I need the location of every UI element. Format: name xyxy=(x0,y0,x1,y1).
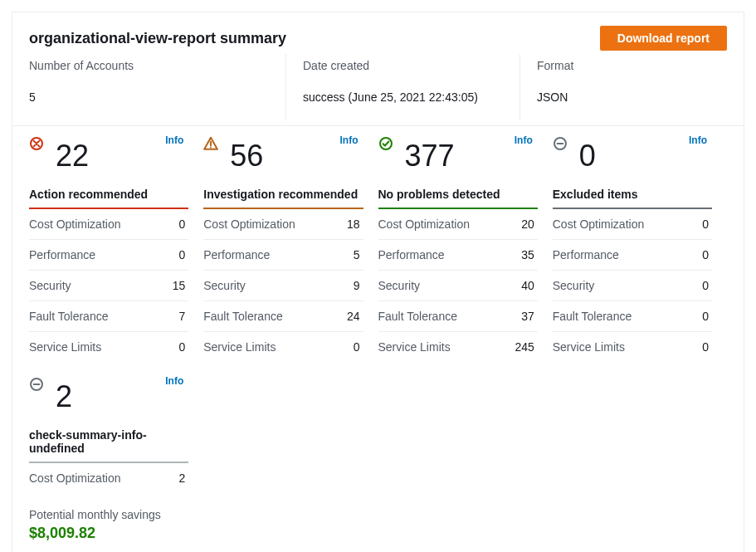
category-label: Fault Tolerance xyxy=(553,310,632,323)
category-row: Service Limits245 xyxy=(378,332,538,362)
meta-accounts-label: Number of Accounts xyxy=(29,59,269,72)
card-heading: No problems detected xyxy=(378,181,538,209)
card-count: 56 xyxy=(230,133,263,173)
category-value: 2 xyxy=(178,471,185,485)
category-label: Service Limits xyxy=(553,340,625,354)
category-label: Fault Tolerance xyxy=(378,310,457,323)
category-value: 37 xyxy=(521,310,534,323)
category-label: Cost Optimization xyxy=(203,217,295,231)
summary-card: 22InfoAction recommendedCost Optimizatio… xyxy=(29,133,203,374)
info-link[interactable]: Info xyxy=(340,134,358,146)
category-value: 18 xyxy=(347,217,360,231)
meta-date-label: Date created xyxy=(303,59,503,72)
summary-card: 56InfoInvestigation recommendedCost Opti… xyxy=(203,133,378,374)
meta-format-value: JSON xyxy=(537,90,710,104)
category-label: Security xyxy=(29,279,71,292)
category-value: 9 xyxy=(354,279,360,292)
category-row: Cost Optimization18 xyxy=(203,209,363,240)
info-link[interactable]: Info xyxy=(165,375,183,387)
summary-card: 0InfoExcluded itemsCost Optimization0Per… xyxy=(553,133,727,374)
category-row: Fault Tolerance7 xyxy=(29,301,188,332)
category-label: Cost Optimization xyxy=(553,217,644,231)
category-row: Performance5 xyxy=(203,240,363,271)
cards-container: 22InfoAction recommendedCost Optimizatio… xyxy=(12,126,744,505)
category-value: 0 xyxy=(702,248,709,261)
card-top: 0Info xyxy=(553,133,712,181)
category-value: 0 xyxy=(702,217,709,231)
error-circle-icon xyxy=(29,136,44,151)
info-link[interactable]: Info xyxy=(165,134,183,146)
category-row: Cost Optimization0 xyxy=(553,209,712,240)
category-label: Performance xyxy=(553,248,619,261)
category-row: Cost Optimization20 xyxy=(378,209,538,240)
potential-savings: Potential monthly savings $8,009.82 xyxy=(12,505,744,552)
category-label: Cost Optimization xyxy=(378,217,470,231)
card-count: 2 xyxy=(56,374,72,413)
meta-date-value: success (June 25, 2021 22:43:05) xyxy=(303,90,503,104)
card-top: 56Info xyxy=(203,133,363,181)
card-count: 22 xyxy=(56,133,89,173)
meta-accounts-value: 5 xyxy=(29,90,269,104)
category-row: Security15 xyxy=(29,271,188,301)
category-row: Performance0 xyxy=(553,240,712,271)
category-label: Cost Optimization xyxy=(29,471,120,485)
minus-circle-icon xyxy=(29,377,44,392)
category-row: Security9 xyxy=(203,271,363,301)
category-label: Performance xyxy=(378,248,445,261)
category-row: Security40 xyxy=(378,271,538,301)
category-value: 0 xyxy=(178,217,185,231)
category-value: 15 xyxy=(173,279,186,292)
category-value: 24 xyxy=(347,310,360,323)
check-circle-icon xyxy=(378,136,393,151)
category-value: 0 xyxy=(354,340,360,354)
card-heading: check-summary-info-undefined xyxy=(29,422,188,463)
category-label: Fault Tolerance xyxy=(29,310,108,323)
info-link[interactable]: Info xyxy=(689,134,707,146)
category-value: 0 xyxy=(178,248,185,261)
card-top: 377Info xyxy=(378,133,538,181)
card-top: 22Info xyxy=(29,133,188,181)
warning-triangle-icon xyxy=(203,136,218,151)
card-heading: Excluded items xyxy=(553,181,712,209)
category-value: 40 xyxy=(521,279,534,292)
category-row: Fault Tolerance0 xyxy=(553,301,712,332)
category-row: Fault Tolerance37 xyxy=(378,301,538,332)
category-row: Performance35 xyxy=(378,240,538,271)
category-row: Security0 xyxy=(553,271,712,301)
category-value: 5 xyxy=(354,248,360,261)
category-label: Security xyxy=(203,279,246,292)
meta-date: Date created success (June 25, 2021 22:4… xyxy=(286,54,520,120)
category-value: 0 xyxy=(178,340,185,354)
meta-format: Format JSON xyxy=(520,54,727,120)
summary-card: 377InfoNo problems detectedCost Optimiza… xyxy=(378,133,553,374)
category-row: Performance0 xyxy=(29,240,188,271)
savings-value: $8,009.82 xyxy=(29,525,727,542)
svg-point-2 xyxy=(210,146,212,148)
category-label: Security xyxy=(553,279,595,292)
report-summary-panel: organizational-view-report summary Downl… xyxy=(12,12,744,552)
category-value: 0 xyxy=(702,279,709,292)
card-heading: Investigation recommended xyxy=(203,181,363,209)
category-row: Service Limits0 xyxy=(29,332,188,362)
category-label: Service Limits xyxy=(378,340,451,354)
category-label: Performance xyxy=(29,248,95,261)
page-title: organizational-view-report summary xyxy=(29,30,286,47)
category-row: Service Limits0 xyxy=(553,332,712,362)
category-label: Security xyxy=(378,279,421,292)
summary-card: 2Infocheck-summary-info-undefinedCost Op… xyxy=(29,374,203,505)
category-row: Cost Optimization0 xyxy=(29,209,188,240)
panel-header: organizational-view-report summary Downl… xyxy=(12,12,744,54)
meta-format-label: Format xyxy=(537,59,710,72)
category-row: Cost Optimization2 xyxy=(29,463,188,493)
card-heading: Action recommended xyxy=(29,181,188,209)
category-row: Fault Tolerance24 xyxy=(203,301,363,332)
download-report-button[interactable]: Download report xyxy=(600,26,727,51)
category-row: Service Limits0 xyxy=(203,332,363,362)
category-value: 7 xyxy=(178,310,185,323)
meta-row: Number of Accounts 5 Date created succes… xyxy=(12,54,744,125)
category-label: Service Limits xyxy=(29,340,101,354)
category-value: 0 xyxy=(702,340,709,354)
category-label: Performance xyxy=(203,248,270,261)
info-link[interactable]: Info xyxy=(515,134,533,146)
category-label: Fault Tolerance xyxy=(203,310,282,323)
